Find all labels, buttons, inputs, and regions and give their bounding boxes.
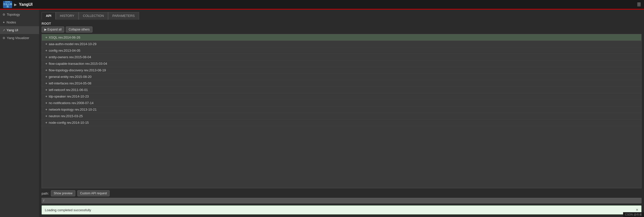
- expand-all-button[interactable]: ▶ Expand all: [42, 26, 64, 33]
- footer: CSDN @作者: [623, 212, 644, 217]
- path-input[interactable]: [42, 198, 641, 203]
- tree-panel[interactable]: + XSQL rev.2014-06-26 + aaa-authn-model …: [42, 34, 641, 188]
- menu-icon[interactable]: ☰: [637, 2, 641, 7]
- close-success-button[interactable]: ×: [636, 208, 638, 212]
- tabs: API HISTORY COLLECTION PARAMETERS: [42, 12, 641, 20]
- sidebar-item-yang-ui[interactable]: ↗ Yang UI: [0, 26, 39, 34]
- toolbar: ▶ Expand all Collapse others: [42, 26, 641, 33]
- tree-item-10[interactable]: + nc-notifications rev.2008-07-14: [42, 100, 641, 106]
- path-input-row: [42, 198, 641, 203]
- header: SDN充电云网络 ▶ YangUI ☰: [0, 0, 644, 10]
- root-label: ROOT: [42, 22, 641, 25]
- success-message: Loading completed successfully ×: [42, 205, 641, 214]
- sidebar-item-yang-visualizer[interactable]: ⚙ Yang Visualizer: [0, 34, 39, 42]
- tree-item-0[interactable]: + XSQL rev.2014-06-26: [42, 34, 641, 41]
- tree-item-label-1: aaa-authn-model rev.2014-10-29: [49, 42, 96, 46]
- tree-item-label-11: network-topology rev.2013-10-21: [49, 108, 97, 111]
- sidebar: ⚙ Topology ✦ Nodes ↗ Yang UI ⚙ Yang Visu…: [0, 10, 39, 217]
- tree-item-9[interactable]: + ldp-speaker rev.2014-10-23: [42, 93, 641, 100]
- custom-api-button[interactable]: Custom API request: [77, 190, 110, 196]
- plus-icon-2: +: [45, 49, 47, 52]
- plus-icon-6: +: [45, 75, 47, 79]
- tree-item-7[interactable]: + ietf-interfaces rev.2014-05-08: [42, 80, 641, 87]
- chevron-icon: ▶: [14, 3, 17, 7]
- tree-item-5[interactable]: + flow-topology-discovery rev.2013-08-19: [42, 67, 641, 74]
- tree-item-label-8: ietf-netconf rev.2011-06-01: [49, 88, 88, 92]
- plus-icon-11: +: [45, 108, 47, 111]
- plus-icon-10: +: [45, 101, 47, 105]
- plus-icon-12: +: [45, 114, 47, 118]
- plus-icon-7: +: [45, 81, 47, 85]
- sidebar-item-topology[interactable]: ⚙ Topology: [0, 11, 39, 18]
- tree-item-label-13: node-config rev.2014-10-15: [49, 121, 89, 125]
- tree-item-label-6: general-entity rev.2015-08-20: [49, 75, 92, 79]
- nodes-icon: ✦: [3, 21, 5, 24]
- app-title: YangUI: [19, 2, 33, 7]
- tree-item-1[interactable]: + aaa-authn-model rev.2014-10-29: [42, 41, 641, 47]
- sidebar-item-topology-label: Topology: [7, 13, 20, 16]
- tree-item-label-5: flow-topology-discovery rev.2013-08-19: [49, 68, 106, 72]
- path-label: path:: [42, 192, 49, 195]
- plus-icon-3: +: [45, 55, 47, 59]
- plus-icon-1: +: [45, 42, 47, 46]
- tree-item-label-3: entity-owners rev.2015-08-04: [49, 55, 91, 59]
- header-left: SDN充电云网络 ▶ YangUI: [3, 1, 33, 8]
- tree-item-6[interactable]: + general-entity rev.2015-08-20: [42, 74, 641, 80]
- tree-item-8[interactable]: + ietf-netconf rev.2011-06-01: [42, 87, 641, 93]
- tree-item-label-2: config rev.2013-04-05: [49, 49, 81, 52]
- tree-item-2[interactable]: + config rev.2013-04-05: [42, 47, 641, 54]
- collapse-others-button[interactable]: Collapse others: [66, 26, 92, 33]
- tree-item-label-4: flow-capable-transaction rev.2015-03-04: [49, 62, 107, 66]
- tab-collection[interactable]: COLLECTION: [79, 12, 108, 20]
- tree-item-4[interactable]: + flow-capable-transaction rev.2015-03-0…: [42, 60, 641, 67]
- tree-item-label-10: nc-notifications rev.2008-07-14: [49, 101, 94, 105]
- plus-icon-0: +: [45, 36, 47, 39]
- logo-icon: SDN充电云网络: [3, 1, 12, 8]
- tree-item-label-12: neutron rev.2015-03-25: [49, 114, 83, 118]
- topology-icon: ⚙: [3, 13, 5, 16]
- yang-visualizer-icon: ⚙: [3, 36, 5, 40]
- tab-api[interactable]: API: [42, 12, 56, 20]
- tree-item-label-7: ietf-interfaces rev.2014-05-08: [49, 81, 91, 85]
- plus-icon-4: +: [45, 62, 47, 66]
- tree-item-13[interactable]: + node-config rev.2014-10-15: [42, 119, 641, 126]
- tab-parameters[interactable]: PARAMETERS: [108, 12, 139, 20]
- plus-icon-13: +: [45, 121, 47, 125]
- path-row: path: Show preview Custom API request: [42, 190, 641, 196]
- logo-area: SDN充电云网络 ▶ YangUI: [3, 1, 33, 8]
- tree-item-12[interactable]: + neutron rev.2015-03-25: [42, 113, 641, 119]
- plus-icon-8: +: [45, 88, 47, 92]
- yang-ui-icon: ↗: [3, 28, 5, 32]
- success-text: Loading completed successfully: [45, 208, 91, 212]
- sidebar-item-yang-visualizer-label: Yang Visualizer: [7, 36, 29, 40]
- sidebar-item-nodes-label: Nodes: [7, 20, 16, 24]
- sidebar-item-yang-ui-label: Yang UI: [7, 28, 18, 32]
- show-preview-button[interactable]: Show preview: [51, 190, 75, 196]
- sidebar-item-nodes[interactable]: ✦ Nodes: [0, 18, 39, 26]
- main-layout: ⚙ Topology ✦ Nodes ↗ Yang UI ⚙ Yang Visu…: [0, 10, 644, 217]
- plus-icon-9: +: [45, 95, 47, 98]
- tab-history[interactable]: HISTORY: [56, 12, 79, 20]
- tree-item-11[interactable]: + network-topology rev.2013-10-21: [42, 106, 641, 113]
- content: API HISTORY COLLECTION PARAMETERS ROOT ▶…: [39, 10, 644, 217]
- tree-item-label-9: ldp-speaker rev.2014-10-23: [49, 95, 89, 98]
- plus-icon-5: +: [45, 68, 47, 72]
- tree-item-3[interactable]: + entity-owners rev.2015-08-04: [42, 54, 641, 60]
- tree-item-label-0: XSQL rev.2014-06-26: [49, 36, 80, 39]
